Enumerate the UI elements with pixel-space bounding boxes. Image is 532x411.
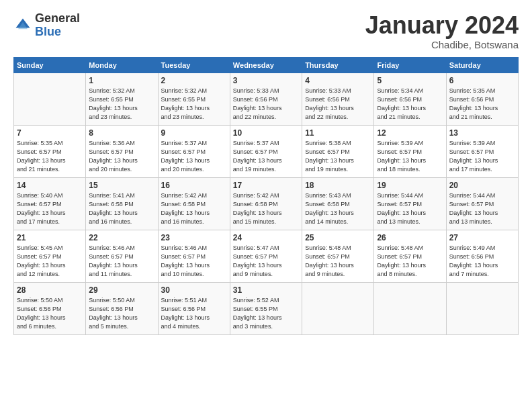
day-number: 24 [233, 233, 299, 242]
col-tuesday: Tuesday [158, 57, 230, 73]
table-row: 5Sunrise: 5:34 AM Sunset: 6:56 PM Daylig… [374, 73, 446, 125]
table-row: 16Sunrise: 5:42 AM Sunset: 6:58 PM Dayli… [158, 177, 230, 230]
day-number: 18 [305, 181, 371, 190]
day-number: 12 [377, 128, 443, 138]
col-sunday: Sunday [14, 57, 86, 73]
table-row: 28Sunrise: 5:50 AM Sunset: 6:56 PM Dayli… [14, 282, 86, 334]
day-info: Sunrise: 5:35 AM Sunset: 6:56 PM Dayligh… [449, 87, 515, 122]
table-row: 6Sunrise: 5:35 AM Sunset: 6:56 PM Daylig… [446, 73, 518, 125]
day-info: Sunrise: 5:45 AM Sunset: 6:57 PM Dayligh… [17, 244, 83, 279]
day-info: Sunrise: 5:40 AM Sunset: 6:57 PM Dayligh… [17, 191, 83, 226]
day-number: 10 [233, 128, 299, 138]
day-info: Sunrise: 5:33 AM Sunset: 6:56 PM Dayligh… [305, 87, 371, 122]
day-number: 26 [377, 233, 443, 242]
day-info: Sunrise: 5:49 AM Sunset: 6:56 PM Dayligh… [449, 244, 515, 279]
day-info: Sunrise: 5:34 AM Sunset: 6:56 PM Dayligh… [377, 87, 443, 122]
day-number: 28 [17, 285, 83, 295]
day-info: Sunrise: 5:46 AM Sunset: 6:57 PM Dayligh… [89, 244, 154, 279]
table-row [446, 282, 518, 334]
col-wednesday: Wednesday [230, 57, 302, 73]
table-row: 1Sunrise: 5:32 AM Sunset: 6:55 PM Daylig… [86, 73, 158, 125]
day-info: Sunrise: 5:48 AM Sunset: 6:57 PM Dayligh… [305, 244, 371, 279]
logo-general: General [35, 11, 80, 25]
day-info: Sunrise: 5:33 AM Sunset: 6:56 PM Dayligh… [233, 87, 299, 122]
table-row: 25Sunrise: 5:48 AM Sunset: 6:57 PM Dayli… [302, 230, 374, 282]
col-thursday: Thursday [302, 57, 374, 73]
calendar-week-1: 7Sunrise: 5:35 AM Sunset: 6:57 PM Daylig… [14, 125, 519, 177]
day-info: Sunrise: 5:39 AM Sunset: 6:57 PM Dayligh… [377, 139, 443, 174]
day-info: Sunrise: 5:48 AM Sunset: 6:57 PM Dayligh… [377, 244, 443, 279]
calendar-week-3: 21Sunrise: 5:45 AM Sunset: 6:57 PM Dayli… [14, 230, 519, 282]
day-info: Sunrise: 5:51 AM Sunset: 6:56 PM Dayligh… [161, 296, 227, 331]
day-info: Sunrise: 5:38 AM Sunset: 6:57 PM Dayligh… [305, 139, 371, 174]
table-row: 4Sunrise: 5:33 AM Sunset: 6:56 PM Daylig… [302, 73, 374, 125]
table-row: 18Sunrise: 5:43 AM Sunset: 6:58 PM Dayli… [302, 177, 374, 230]
day-number: 20 [449, 181, 515, 190]
page: General Blue January 2024 Chadibe, Botsw… [0, 0, 532, 411]
day-info: Sunrise: 5:47 AM Sunset: 6:57 PM Dayligh… [233, 244, 299, 279]
day-info: Sunrise: 5:42 AM Sunset: 6:58 PM Dayligh… [161, 191, 227, 226]
table-row: 15Sunrise: 5:41 AM Sunset: 6:58 PM Dayli… [86, 177, 158, 230]
day-number: 14 [17, 181, 83, 190]
table-row: 11Sunrise: 5:38 AM Sunset: 6:57 PM Dayli… [302, 125, 374, 177]
day-number: 21 [17, 233, 83, 242]
table-row [14, 73, 86, 125]
day-number: 9 [161, 128, 227, 138]
table-row [374, 282, 446, 334]
day-number: 19 [377, 181, 443, 190]
col-monday: Monday [86, 57, 158, 73]
day-number: 5 [377, 76, 443, 85]
logo: General Blue [13, 12, 80, 39]
day-info: Sunrise: 5:42 AM Sunset: 6:58 PM Dayligh… [233, 191, 299, 226]
table-row: 13Sunrise: 5:39 AM Sunset: 6:57 PM Dayli… [446, 125, 518, 177]
table-row: 27Sunrise: 5:49 AM Sunset: 6:56 PM Dayli… [446, 230, 518, 282]
calendar-week-4: 28Sunrise: 5:50 AM Sunset: 6:56 PM Dayli… [14, 282, 519, 334]
table-row: 20Sunrise: 5:44 AM Sunset: 6:57 PM Dayli… [446, 177, 518, 230]
table-row: 30Sunrise: 5:51 AM Sunset: 6:56 PM Dayli… [158, 282, 230, 334]
table-row: 8Sunrise: 5:36 AM Sunset: 6:57 PM Daylig… [86, 125, 158, 177]
day-number: 2 [161, 76, 227, 85]
table-row: 31Sunrise: 5:52 AM Sunset: 6:55 PM Dayli… [230, 282, 302, 334]
day-number: 30 [161, 285, 227, 295]
day-number: 27 [449, 233, 515, 242]
col-friday: Friday [374, 57, 446, 73]
month-title: January 2024 [365, 12, 519, 39]
day-number: 31 [233, 285, 299, 295]
day-info: Sunrise: 5:39 AM Sunset: 6:57 PM Dayligh… [449, 139, 515, 174]
col-saturday: Saturday [446, 57, 518, 73]
table-row: 12Sunrise: 5:39 AM Sunset: 6:57 PM Dayli… [374, 125, 446, 177]
day-info: Sunrise: 5:37 AM Sunset: 6:57 PM Dayligh… [233, 139, 299, 174]
day-number: 6 [449, 76, 515, 85]
logo-icon [13, 16, 32, 35]
table-row: 17Sunrise: 5:42 AM Sunset: 6:58 PM Dayli… [230, 177, 302, 230]
day-number: 23 [161, 233, 227, 242]
table-row: 23Sunrise: 5:46 AM Sunset: 6:57 PM Dayli… [158, 230, 230, 282]
calendar-table: Sunday Monday Tuesday Wednesday Thursday… [13, 57, 519, 335]
day-info: Sunrise: 5:44 AM Sunset: 6:57 PM Dayligh… [377, 191, 443, 226]
day-number: 17 [233, 181, 299, 190]
day-info: Sunrise: 5:46 AM Sunset: 6:57 PM Dayligh… [161, 244, 227, 279]
calendar-week-2: 14Sunrise: 5:40 AM Sunset: 6:57 PM Dayli… [14, 177, 519, 230]
day-number: 3 [233, 76, 299, 85]
table-row: 21Sunrise: 5:45 AM Sunset: 6:57 PM Dayli… [14, 230, 86, 282]
table-row [302, 282, 374, 334]
table-row: 26Sunrise: 5:48 AM Sunset: 6:57 PM Dayli… [374, 230, 446, 282]
day-info: Sunrise: 5:41 AM Sunset: 6:58 PM Dayligh… [89, 191, 154, 226]
table-row: 9Sunrise: 5:37 AM Sunset: 6:57 PM Daylig… [158, 125, 230, 177]
day-number: 7 [17, 128, 83, 138]
day-number: 4 [305, 76, 371, 85]
day-info: Sunrise: 5:32 AM Sunset: 6:55 PM Dayligh… [161, 87, 227, 122]
day-number: 11 [305, 128, 371, 138]
day-info: Sunrise: 5:32 AM Sunset: 6:55 PM Dayligh… [89, 87, 154, 122]
day-number: 15 [89, 181, 154, 190]
logo-text: General Blue [35, 12, 80, 39]
day-info: Sunrise: 5:36 AM Sunset: 6:57 PM Dayligh… [89, 139, 154, 174]
day-info: Sunrise: 5:43 AM Sunset: 6:58 PM Dayligh… [305, 191, 371, 226]
day-info: Sunrise: 5:52 AM Sunset: 6:55 PM Dayligh… [233, 296, 299, 331]
header: General Blue January 2024 Chadibe, Botsw… [13, 12, 519, 50]
day-number: 1 [89, 76, 154, 85]
location: Chadibe, Botswana [365, 39, 519, 50]
table-row: 14Sunrise: 5:40 AM Sunset: 6:57 PM Dayli… [14, 177, 86, 230]
day-number: 25 [305, 233, 371, 242]
day-info: Sunrise: 5:37 AM Sunset: 6:57 PM Dayligh… [161, 139, 227, 174]
